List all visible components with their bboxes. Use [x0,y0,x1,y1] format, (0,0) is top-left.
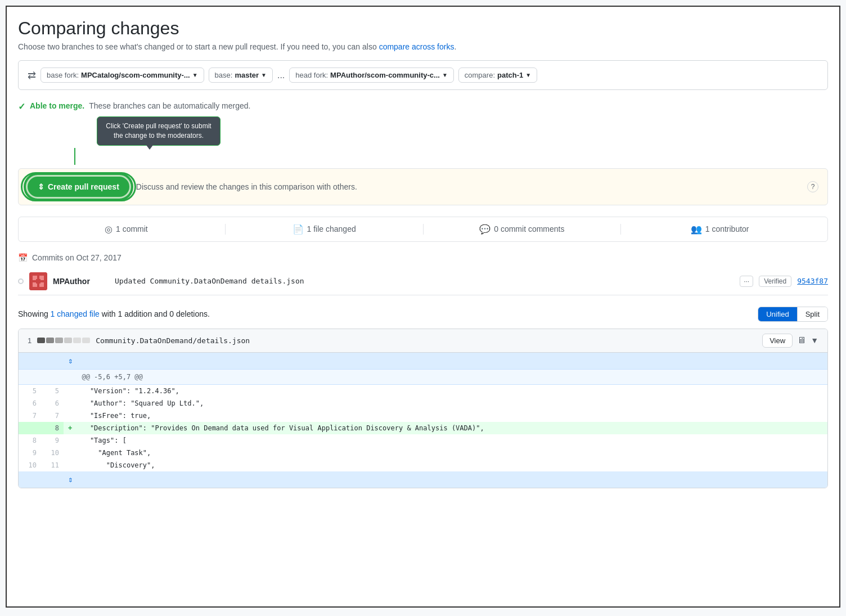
diff-table: ⇕ @@ -5,6 +5,7 @@ 5 5 "Version": "1.2.4.… [19,353,827,488]
commit-icon: ◎ [105,224,112,235]
base-chevron: ▼ [261,72,267,78]
head-fork-selector[interactable]: head fork: MPAuthor/scom-community-c... … [289,68,454,83]
compare-forks-link[interactable]: compare across forks [379,42,454,51]
commits-date-header: 📅 Commits on Oct 27, 2017 [18,253,828,262]
file-card-header: 1 Community.DataOnDemand/details.json Vi… [19,329,827,353]
file-icon: 📄 [292,224,304,235]
base-fork-chevron: ▼ [192,72,198,78]
monitor-icon[interactable]: 🖥 [797,335,806,345]
branch-selectors-bar: ⇄ base fork: MPCatalog/scom-community-..… [18,60,828,90]
able-to-merge-text: Able to merge. [30,101,84,110]
diff-line-added: 8 + "Description": "Provides On Demand d… [19,422,827,434]
view-file-button[interactable]: View [762,334,793,348]
base-branch-selector[interactable]: base: master ▼ [209,68,273,83]
merge-check-icon: ✓ [18,101,25,112]
tooltip-connector-line [74,148,75,165]
split-view-button[interactable]: Split [797,307,827,321]
color-seg-5 [73,338,81,343]
unified-view-button[interactable]: Unified [758,307,796,321]
svg-rect-5 [36,279,40,284]
expand-icon[interactable]: ▼ [811,336,818,345]
color-seg-2 [46,338,54,343]
diff-expand-row-top[interactable]: ⇕ [19,353,827,370]
diff-line-5: 9 10 "Agent Task", [19,447,827,459]
color-seg-1 [37,338,45,343]
comment-count: 0 commit comments [494,224,564,233]
create-pr-section: ⇕ Create pull request Discuss and review… [18,168,828,205]
diff-line-6: 10 11 "Discovery", [19,459,827,471]
pr-icon: ⇕ [38,182,44,191]
avatar [29,272,47,290]
commit-sha[interactable]: 9543f87 [797,277,828,285]
tooltip-box: Click 'Create pull request' to submit th… [97,116,220,146]
diff-view-toggle: Unified Split [758,307,828,322]
stat-files[interactable]: 📄 1 file changed [225,224,423,235]
file-number: 1 [28,336,32,345]
page-subtitle: Choose two branches to see what's change… [18,42,828,51]
diff-summary-text: with 1 addition and 0 deletions. [102,309,210,318]
file-count: 1 file changed [307,224,356,233]
commit-count: 1 commit [116,224,148,233]
stat-contributors[interactable]: 👥 1 contributor [620,224,818,235]
color-seg-6 [82,338,90,343]
compare-branch-selector[interactable]: compare: patch-1 ▼ [458,68,537,83]
file-diff-summary: Showing 1 changed file with 1 addition a… [18,309,210,318]
diff-line-2: 6 6 "Author": "Squared Up Ltd.", [19,397,827,410]
stat-comments[interactable]: 💬 0 commit comments [423,224,621,235]
tooltip-area: Click 'Create pull request' to submit th… [29,116,828,165]
file-diff-header: Showing 1 changed file with 1 addition a… [18,307,828,322]
commits-section: 📅 Commits on Oct 27, 2017 MPAuthor Updat… [18,253,828,295]
create-pr-btn-wrapper: ⇕ Create pull request [28,177,129,197]
pr-description: Discuss and review the changes in this c… [136,182,357,191]
color-seg-3 [55,338,63,343]
diff-expand-row-bottom[interactable]: ⇕ [19,471,827,488]
showing-text: Showing [18,309,48,318]
commit-dot [18,278,24,284]
commit-row: MPAuthor Updated Community.DataOnDemand … [18,268,828,295]
contributor-icon: 👥 [691,224,702,235]
file-card-left: 1 Community.DataOnDemand/details.json [28,336,250,345]
stat-commits[interactable]: ◎ 1 commit [28,224,225,235]
help-icon[interactable]: ? [807,181,818,192]
page-title: Comparing changes [18,18,828,39]
diff-hunk-header: @@ -5,6 +5,7 @@ [19,369,827,384]
create-pull-request-button[interactable]: ⇕ Create pull request [28,177,129,197]
base-fork-selector[interactable]: base fork: MPCatalog/scom-community-... … [40,68,204,83]
file-card-actions: View 🖥 ▼ [762,334,818,348]
expand-arrows-bottom-icon: ⇕ [64,471,77,488]
commit-ellipsis-btn[interactable]: ··· [740,276,753,287]
merge-status: ✓ Able to merge. These branches can be a… [18,97,828,116]
compare-chevron: ▼ [525,72,531,78]
expand-arrows-icon: ⇕ [64,353,77,370]
hunk-header-text: @@ -5,6 +5,7 @@ [77,369,827,384]
diff-line-4: 8 9 "Tags": [ [19,434,827,447]
verified-badge: Verified [759,276,791,287]
merge-description: These branches can be automatically merg… [89,101,250,110]
color-seg-4 [64,338,72,343]
commit-author[interactable]: MPAuthor [53,277,109,286]
comment-icon: 💬 [479,224,490,235]
diff-line-3: 7 7 "IsFree": true, [19,410,827,422]
file-color-bar [37,338,90,343]
commit-message: Updated Community.DataOnDemand details.j… [115,277,734,285]
diff-line-1: 5 5 "Version": "1.2.4.36", [19,384,827,397]
changed-file-link[interactable]: 1 changed file [51,309,100,318]
create-pr-left: ⇕ Create pull request Discuss and review… [28,177,357,197]
commits-calendar-icon: 📅 [18,253,28,262]
stats-bar: ◎ 1 commit 📄 1 file changed 💬 0 commit c… [18,217,828,242]
dots-separator: ... [277,70,285,80]
file-path: Community.DataOnDemand/details.json [96,336,250,345]
compare-branches-icon: ⇄ [28,69,36,82]
head-fork-chevron: ▼ [442,72,448,78]
file-card: 1 Community.DataOnDemand/details.json Vi… [18,329,828,488]
commits-date-label: Commits on Oct 27, 2017 [32,253,122,262]
contributor-count: 1 contributor [705,224,749,233]
